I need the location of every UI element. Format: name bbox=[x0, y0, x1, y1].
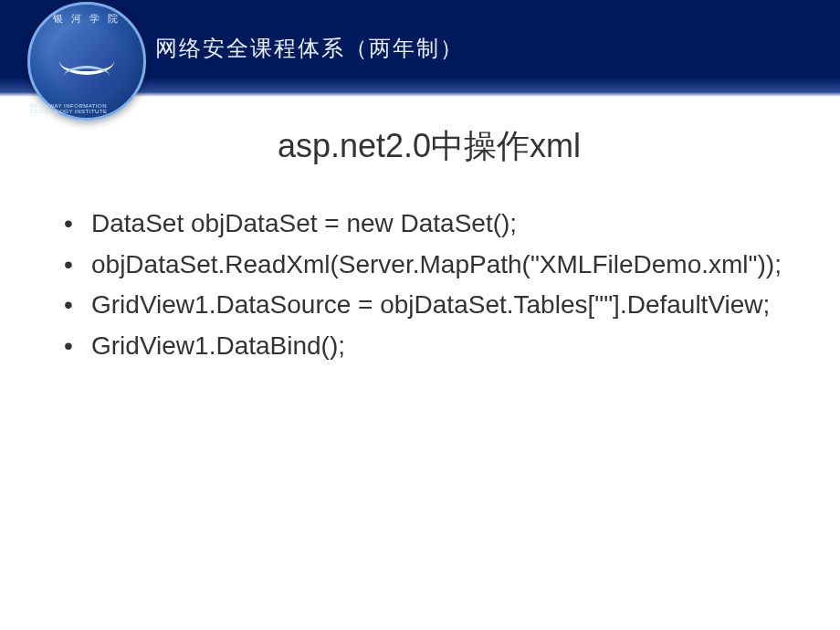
logo-bottom-text: MILKYWAY INFORMATION TECHNOLOGY INSTITUT… bbox=[30, 103, 143, 114]
slide-content: asp.net2.0中操作xml DataSet objDataSet = ne… bbox=[0, 97, 840, 395]
logo-swoosh-icon bbox=[59, 47, 114, 75]
bullet-list: DataSet objDataSet = new DataSet(); objD… bbox=[64, 205, 794, 364]
bullet-item: GridView1.DataBind(); bbox=[64, 328, 794, 365]
slide-header: 银 河 学 院 MILKYWAY INFORMATION TECHNOLOGY … bbox=[0, 0, 840, 97]
logo-circle: 银 河 学 院 MILKYWAY INFORMATION TECHNOLOGY … bbox=[27, 2, 146, 121]
logo-inner bbox=[50, 25, 123, 98]
logo-top-text: 银 河 学 院 bbox=[53, 12, 121, 26]
bullet-item: GridView1.DataSource = objDataSet.Tables… bbox=[64, 287, 794, 324]
bullet-item: objDataSet.ReadXml(Server.MapPath("XMLFi… bbox=[64, 247, 794, 284]
header-title: 网络安全课程体系（两年制） bbox=[155, 34, 464, 63]
logo-area: 银 河 学 院 MILKYWAY INFORMATION TECHNOLOGY … bbox=[18, 0, 155, 130]
bullet-item: DataSet objDataSet = new DataSet(); bbox=[64, 205, 794, 243]
slide-title: asp.net2.0中操作xml bbox=[64, 124, 794, 169]
